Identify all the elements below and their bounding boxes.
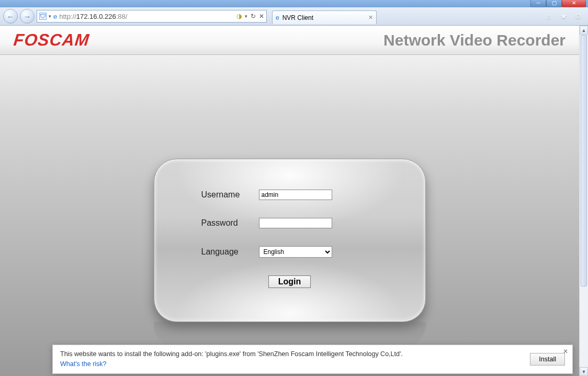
window-maximize-button[interactable]: ▢	[546, 0, 562, 7]
tab-strip: e NVR Client ✕	[269, 8, 542, 24]
compat-view-icon[interactable]: ◑	[236, 13, 242, 20]
scrollbar-thumb[interactable]	[581, 35, 587, 286]
username-input[interactable]	[259, 190, 332, 200]
login-button[interactable]: Login	[268, 275, 311, 288]
login-panel: Username Password Language English Login	[154, 159, 426, 322]
address-bar[interactable]: 🛡 ▾ e http://172.16.0.226:88/ ◑ ▾ ↻ ✕	[37, 10, 267, 23]
favorites-icon[interactable]: ★	[559, 12, 568, 21]
language-label: Language	[186, 247, 259, 257]
browser-toolbar: ← → 🛡 ▾ e http://172.16.0.226:88/ ◑ ▾ ↻ …	[0, 7, 588, 26]
forward-button[interactable]: →	[20, 9, 35, 24]
ie-page-icon: e	[53, 13, 57, 20]
tab-title: NVR Client	[282, 14, 313, 21]
home-icon[interactable]: ⌂	[544, 12, 553, 21]
username-label: Username	[186, 190, 259, 200]
password-label: Password	[186, 218, 259, 228]
arrow-left-icon: ←	[7, 12, 15, 21]
url-text: http://172.16.0.226:88/	[59, 13, 234, 20]
arrow-right-icon: →	[24, 12, 31, 21]
panel-reflection	[154, 322, 426, 347]
language-select[interactable]: English	[259, 246, 332, 258]
dropdown-icon[interactable]: ▾	[49, 14, 51, 19]
refresh-icon[interactable]: ↻	[251, 13, 256, 20]
window-minimize-button[interactable]: ─	[530, 0, 546, 7]
page-header: FOSCAM Network Video Recorder	[0, 26, 579, 55]
window-close-button[interactable]: ✕	[562, 0, 586, 7]
tools-gear-icon[interactable]: ⚙	[573, 12, 583, 21]
stop-icon[interactable]: ✕	[259, 13, 264, 20]
vertical-scrollbar[interactable]: ▲ ▼	[579, 26, 588, 376]
ie-page-icon: e	[276, 14, 279, 21]
close-icon[interactable]: ✕	[563, 348, 568, 355]
notification-message: This website wants to install the follow…	[60, 350, 403, 358]
addon-install-bar: This website wants to install the follow…	[52, 345, 573, 374]
password-input[interactable]	[259, 218, 332, 228]
install-button[interactable]: Install	[530, 353, 565, 366]
tab-close-icon[interactable]: ✕	[368, 14, 373, 21]
security-shield-icon: 🛡	[39, 13, 47, 20]
back-button[interactable]: ←	[3, 9, 18, 24]
tab-nvr-client[interactable]: e NVR Client ✕	[272, 10, 377, 24]
scroll-down-icon[interactable]: ▼	[580, 367, 588, 376]
page-content: FOSCAM Network Video Recorder Username P…	[0, 26, 579, 376]
whats-the-risk-link[interactable]: What's the risk?	[60, 360, 107, 368]
addr-dropdown-icon[interactable]: ▾	[245, 14, 247, 19]
page-title: Network Video Recorder	[383, 31, 566, 49]
scroll-up-icon[interactable]: ▲	[580, 26, 588, 35]
foscam-logo: FOSCAM	[13, 30, 91, 50]
window-titlebar: ─ ▢ ✕	[0, 0, 588, 7]
